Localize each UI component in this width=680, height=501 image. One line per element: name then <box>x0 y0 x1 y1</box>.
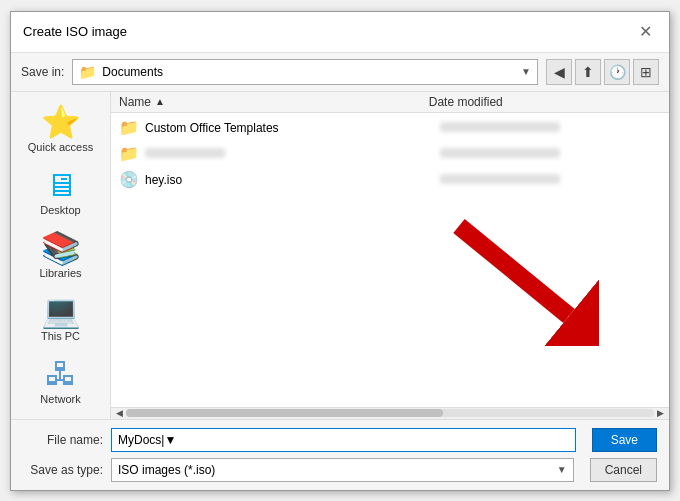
scrollbar-track[interactable] <box>126 409 654 417</box>
table-row[interactable]: 📁 <box>111 141 669 167</box>
location-combo[interactable]: 📁 Documents ▼ <box>72 59 538 85</box>
filetype-select[interactable]: ISO images (*.iso) ▼ <box>111 458 574 482</box>
filetype-label: Save as type: <box>23 463 103 477</box>
folder-icon: 📁 <box>119 118 139 137</box>
title-bar: Create ISO image ✕ <box>11 12 669 53</box>
libraries-icon: 📚 <box>41 232 81 264</box>
scroll-right-arrow[interactable]: ▶ <box>654 408 667 418</box>
table-row[interactable]: 💿 hey.iso <box>111 167 669 193</box>
bottom-form: File name: MyDocs| ▼ Save Save as type: … <box>11 419 669 490</box>
desktop-icon: 🖥 <box>45 169 77 201</box>
scroll-left-arrow[interactable]: ◀ <box>113 408 126 418</box>
location-dropdown-arrow: ▼ <box>521 66 531 77</box>
filetype-row: Save as type: ISO images (*.iso) ▼ Cance… <box>23 458 657 482</box>
table-row[interactable]: 📁 Custom Office Templates <box>111 115 669 141</box>
create-iso-dialog: Create ISO image ✕ Save in: 📁 Documents … <box>10 11 670 491</box>
col-name-header: Name ▲ <box>119 95 429 109</box>
this-pc-label: This PC <box>41 330 80 342</box>
file-pane-wrapper: Name ▲ Date modified 📁 Custom Office Tem… <box>111 92 669 419</box>
filetype-dropdown-arrow: ▼ <box>557 464 567 475</box>
views-button[interactable]: ⊞ <box>633 59 659 85</box>
folder-icon: 📁 <box>79 64 96 80</box>
recent-button[interactable]: 🕐 <box>604 59 630 85</box>
horizontal-scrollbar[interactable]: ◀ ▶ <box>111 407 669 419</box>
save-in-label: Save in: <box>21 65 64 79</box>
sidebar: ⭐ Quick access 🖥 Desktop 📚 Libraries 💻 T… <box>11 92 111 419</box>
cancel-button[interactable]: Cancel <box>590 458 657 482</box>
libraries-label: Libraries <box>39 267 81 279</box>
main-area: ⭐ Quick access 🖥 Desktop 📚 Libraries 💻 T… <box>11 92 669 419</box>
sidebar-item-this-pc[interactable]: 💻 This PC <box>16 289 106 348</box>
up-button[interactable]: ⬆ <box>575 59 601 85</box>
sort-arrow: ▲ <box>155 96 165 107</box>
sidebar-item-quick-access[interactable]: ⭐ Quick access <box>16 100 106 159</box>
sidebar-item-libraries[interactable]: 📚 Libraries <box>16 226 106 285</box>
filename-row: File name: MyDocs| ▼ Save <box>23 428 657 452</box>
file-name: hey.iso <box>145 173 440 187</box>
file-list-header: Name ▲ Date modified <box>111 92 669 113</box>
sidebar-item-network[interactable]: 🖧 Network <box>16 352 106 411</box>
file-name: Custom Office Templates <box>145 121 440 135</box>
filename-input[interactable]: MyDocs| ▼ <box>111 428 576 452</box>
close-button[interactable]: ✕ <box>633 20 657 44</box>
file-date <box>440 173 661 187</box>
file-date <box>440 147 661 161</box>
quick-access-icon: ⭐ <box>41 106 81 138</box>
back-button[interactable]: ◀ <box>546 59 572 85</box>
file-name <box>145 147 440 161</box>
folder-icon: 📁 <box>119 144 139 163</box>
nav-buttons: ◀ ⬆ 🕐 ⊞ <box>546 59 659 85</box>
quick-access-label: Quick access <box>28 141 93 153</box>
network-label: Network <box>40 393 80 405</box>
cancel-button-container: Cancel <box>590 458 657 482</box>
col-date-header: Date modified <box>429 95 661 109</box>
file-pane: Name ▲ Date modified 📁 Custom Office Tem… <box>111 92 669 419</box>
file-date <box>440 121 661 135</box>
form-buttons: Save <box>592 428 657 452</box>
desktop-label: Desktop <box>40 204 80 216</box>
sidebar-item-desktop[interactable]: 🖥 Desktop <box>16 163 106 222</box>
location-text: Documents <box>102 65 515 79</box>
save-button[interactable]: Save <box>592 428 657 452</box>
scrollbar-thumb[interactable] <box>126 409 443 417</box>
this-pc-icon: 💻 <box>41 295 81 327</box>
network-icon: 🖧 <box>45 358 77 390</box>
iso-file-icon: 💿 <box>119 170 139 189</box>
dialog-title: Create ISO image <box>23 24 127 39</box>
filename-label: File name: <box>23 433 103 447</box>
save-in-toolbar: Save in: 📁 Documents ▼ ◀ ⬆ 🕐 ⊞ <box>11 53 669 92</box>
file-list: 📁 Custom Office Templates 📁 💿 hey.iso <box>111 113 669 407</box>
